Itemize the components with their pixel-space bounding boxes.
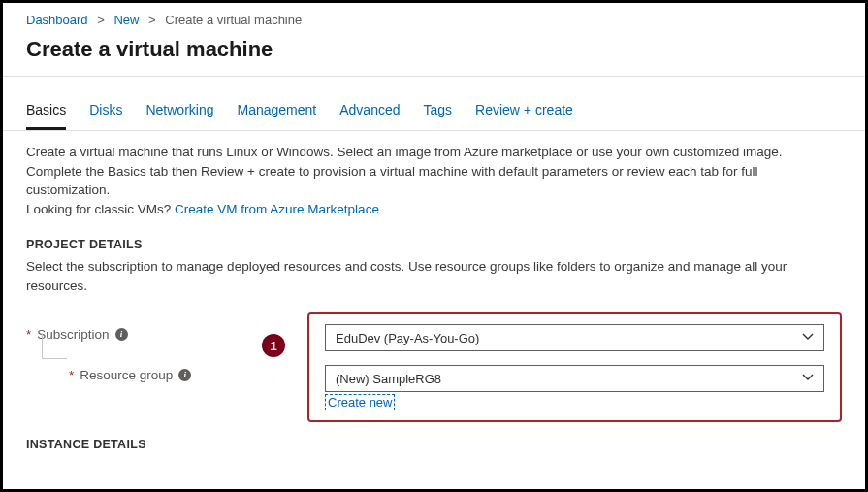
marketplace-link[interactable]: Create VM from Azure Marketplace [175,202,379,216]
tab-tags[interactable]: Tags [424,94,453,130]
chevron-right-icon: > [148,13,156,27]
subscription-select[interactable]: EduDev (Pay-As-You-Go) [325,324,824,351]
project-details-form: 1 * Subscription i * Resource group i Ed… [3,303,865,422]
chevron-right-icon: > [97,13,105,27]
section-description: Select the subscription to manage deploy… [3,257,865,303]
description-line: Create a virtual machine that runs Linux… [26,143,842,162]
breadcrumb-link[interactable]: Dashboard [26,13,88,27]
tab-description: Create a virtual machine that runs Linux… [3,131,865,222]
resource-group-label: * Resource group i [69,359,307,390]
tab-management[interactable]: Management [238,94,317,130]
breadcrumb-link[interactable]: New [113,13,139,27]
select-value: (New) SampleRG8 [336,372,441,386]
required-asterisk: * [26,327,31,342]
page-title: Create a virtual machine [3,33,865,76]
label-text: Resource group [80,368,173,382]
tree-connector [42,334,67,359]
section-title-instance-details: INSTANCE DETAILS [3,422,865,457]
info-icon[interactable]: i [115,328,128,341]
fields-highlight-box: EduDev (Pay-As-You-Go) (New) SampleRG8 C… [307,312,842,422]
tab-review-create[interactable]: Review + create [475,94,573,130]
labels-column: * Subscription i * Resource group i [26,312,307,422]
section-title-project-details: PROJECT DETAILS [3,222,865,257]
tab-disks[interactable]: Disks [89,94,122,130]
create-new-link[interactable]: Create new [325,394,395,410]
select-value: EduDev (Pay-As-You-Go) [336,331,479,345]
description-text: Looking for classic VMs? [26,202,175,216]
breadcrumb: Dashboard > New > Create a virtual machi… [3,3,865,33]
divider [3,76,865,77]
tab-bar: Basics Disks Networking Management Advan… [3,88,865,131]
tab-advanced[interactable]: Advanced [339,94,400,130]
description-line: Complete the Basics tab then Review + cr… [26,162,842,200]
tab-networking[interactable]: Networking [145,94,213,130]
chevron-down-icon [802,372,814,386]
required-asterisk: * [69,368,74,382]
breadcrumb-current: Create a virtual machine [165,13,302,27]
tab-basics[interactable]: Basics [26,94,66,130]
resource-group-select[interactable]: (New) SampleRG8 [325,365,824,392]
info-icon[interactable]: i [178,369,191,381]
description-line: Looking for classic VMs? Create VM from … [26,200,842,219]
chevron-down-icon [802,331,814,345]
